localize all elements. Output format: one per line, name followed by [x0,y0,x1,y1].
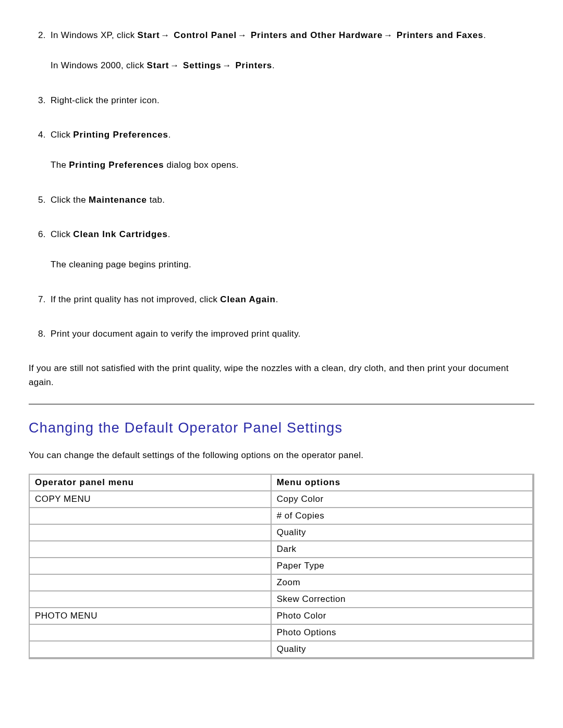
arrow-icon: → [237,30,248,40]
cell-option: Photo Color [272,608,533,625]
step-text: The [51,160,69,170]
step-item: 4.Click Printing Preferences.The Printin… [29,128,534,172]
step-item: 6.Click Clean Ink Cartridges.The cleanin… [29,228,534,272]
cell-option: Paper Type [272,558,533,575]
step-number: 6. [38,228,46,241]
step-number: 8. [38,327,46,341]
step-number: 7. [38,293,46,306]
section-heading: Changing the Default Operator Panel Sett… [29,420,534,436]
step-body: In Windows XP, click Start→ Control Pane… [51,29,534,42]
step-text: In Windows 2000, click [51,60,147,70]
step-item: 2.In Windows XP, click Start→ Control Pa… [29,29,534,73]
step-text: Print your document again to verify the … [51,329,301,339]
ui-term: Settings [180,60,222,70]
ui-term: Start [147,60,169,70]
cell-option: Copy Color [272,491,533,508]
table-row: Zoom [30,575,533,591]
arrow-icon: → [383,30,394,40]
cell-menu [30,508,272,525]
cell-menu [30,558,272,575]
step-text: Click the [51,195,89,205]
arrow-icon: → [222,60,232,70]
cell-option: Dark [272,541,533,558]
step-item: 7.If the print quality has not improved,… [29,293,534,306]
table-row: Quality [30,525,533,541]
step-body: Right-click the printer icon. [51,94,534,107]
step-text: Right-click the printer icon. [51,95,160,105]
section-divider [29,404,534,404]
cell-option: Quality [272,525,533,541]
ui-term: Printers and Faxes [394,30,483,40]
step-text: dialog box opens. [164,160,239,170]
cell-option: Photo Options [272,625,533,641]
table-row: # of Copies [30,508,533,525]
ui-term: Clean Again [220,294,275,304]
cell-option: Quality [272,641,533,658]
step-text: If the print quality has not improved, c… [51,294,220,304]
step-sub: The Printing Preferences dialog box open… [51,158,534,172]
steps-list: 2.In Windows XP, click Start→ Control Pa… [29,29,534,341]
step-item: 5.Click the Maintenance tab. [29,193,534,207]
step-number: 3. [38,94,46,107]
table-row: COPY MENUCopy Color [30,491,533,508]
step-text: The cleaning page begins printing. [51,260,191,269]
table-row: Photo Options [30,625,533,641]
cell-option: # of Copies [272,508,533,525]
step-body: Print your document again to verify the … [51,327,534,341]
ui-term: Maintenance [89,195,147,205]
ui-term: Printers and Other Hardware [248,30,383,40]
ui-term: Printing Preferences [69,160,164,170]
step-body: Click Printing Preferences. [51,128,534,142]
ui-term: Start [138,30,160,40]
step-body: If the print quality has not improved, c… [51,293,534,306]
step-text: Click [51,229,73,239]
step-text: In Windows XP, click [51,30,138,40]
step-sub: In Windows 2000, click Start→ Settings→ … [51,59,534,72]
cell-option: Skew Correction [272,591,533,608]
cell-option: Zoom [272,575,533,591]
table-row: Quality [30,641,533,658]
closing-paragraph: If you are still not satisfied with the … [29,362,534,389]
step-text: tab. [147,195,165,205]
step-item: 8.Print your document again to verify th… [29,327,534,341]
step-body: Click Clean Ink Cartridges. [51,228,534,241]
cell-menu [30,525,272,541]
ui-term: Printing Preferences [73,130,168,140]
step-text: . [483,30,486,40]
step-item: 3.Right-click the printer icon. [29,94,534,107]
ui-term: Clean Ink Cartridges [73,229,167,239]
options-table: Operator panel menu Menu options COPY ME… [29,474,534,659]
step-text: . [168,229,170,239]
step-text: Click [51,130,73,140]
step-text: . [168,130,171,140]
step-number: 2. [38,29,46,42]
cell-menu [30,641,272,658]
step-text: . [276,294,278,304]
step-number: 5. [38,193,46,207]
step-body: Click the Maintenance tab. [51,193,534,207]
section-intro: You can change the default settings of t… [29,449,534,462]
cell-menu [30,541,272,558]
table-row: PHOTO MENUPhoto Color [30,608,533,625]
cell-menu [30,625,272,641]
arrow-icon: → [169,60,180,70]
table-header-options: Menu options [272,475,533,491]
cell-menu: COPY MENU [30,491,272,508]
table-row: Skew Correction [30,591,533,608]
table-row: Dark [30,541,533,558]
step-text: . [272,60,275,70]
ui-term: Control Panel [171,30,237,40]
table-row: Paper Type [30,558,533,575]
cell-menu [30,575,272,591]
cell-menu: PHOTO MENU [30,608,272,625]
arrow-icon: → [160,30,170,40]
cell-menu [30,591,272,608]
table-header-menu: Operator panel menu [30,475,272,491]
step-number: 4. [38,128,46,142]
ui-term: Printers [232,60,272,70]
step-sub: The cleaning page begins printing. [51,258,534,272]
